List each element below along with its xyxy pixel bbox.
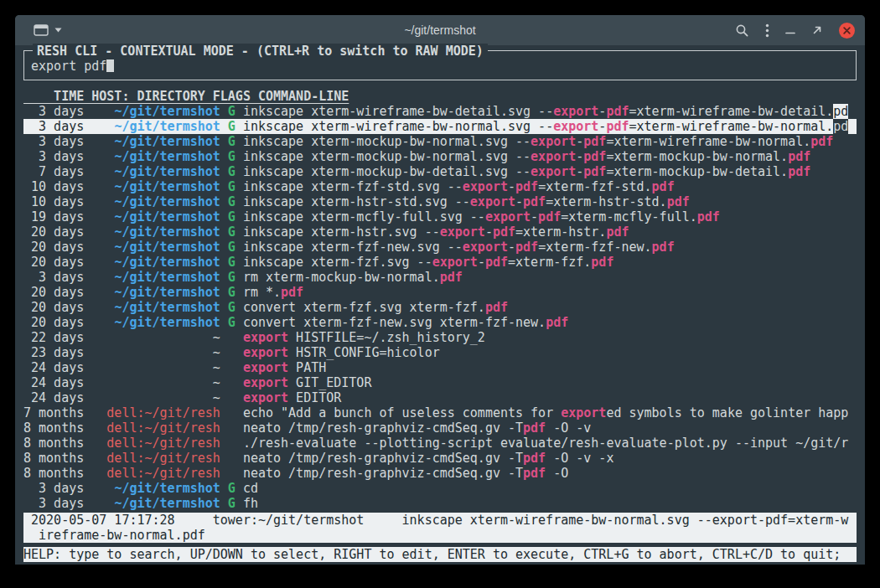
history-row[interactable]: 20 days ~/git/termshot G rm *.pdf bbox=[23, 285, 857, 300]
row-time: 8 months bbox=[23, 436, 84, 451]
history-row[interactable]: 10 days ~/git/termshot G inkscape xterm-… bbox=[23, 194, 857, 209]
mode-title: RESH CLI - CONTEXTUAL MODE - (CTRL+R to … bbox=[33, 44, 488, 59]
row-time: 8 months bbox=[23, 466, 84, 481]
query-text: export pdf bbox=[31, 59, 106, 74]
row-command: inkscape xterm-mockup-bw-detail.svg --ex… bbox=[243, 164, 810, 179]
row-time: 3 days bbox=[23, 134, 84, 149]
minimize-button[interactable] bbox=[785, 25, 795, 35]
history-row[interactable]: 3 days ~/git/termshot G inkscape xterm-m… bbox=[23, 134, 857, 149]
row-flags: G bbox=[228, 104, 236, 119]
row-flags: G bbox=[228, 164, 236, 179]
row-flags: G bbox=[228, 285, 236, 300]
table-header: TIME HOST: DIRECTORY FLAGS COMMAND-LINE bbox=[23, 89, 857, 104]
row-flags: G bbox=[228, 240, 236, 255]
row-time: 24 days bbox=[23, 375, 84, 390]
history-row[interactable]: 10 days ~/git/termshot G inkscape xterm-… bbox=[23, 179, 857, 194]
history-row[interactable]: 24 days ~ export EDITOR bbox=[23, 390, 857, 405]
search-icon bbox=[735, 23, 749, 38]
row-command: export HSTR_CONFIG=hicolor bbox=[243, 345, 440, 360]
history-row[interactable]: 7 months dell:~/git/resh echo "Add a bun… bbox=[23, 405, 857, 420]
row-command: inkscape xterm-fzf-std.svg --export-pdf=… bbox=[243, 179, 675, 194]
close-icon bbox=[843, 27, 851, 34]
tab-menu-button[interactable] bbox=[34, 24, 49, 36]
row-flags bbox=[228, 420, 236, 436]
row-time: 3 days bbox=[23, 496, 84, 511]
help-bar: HELP: type to search, UP/DOWN to select,… bbox=[23, 547, 857, 562]
row-command: cd bbox=[243, 481, 258, 496]
history-row[interactable]: 3 days ~/git/termshot G inkscape xterm-w… bbox=[23, 104, 857, 119]
row-directory: ~/git/termshot bbox=[114, 179, 220, 194]
kebab-menu-icon bbox=[765, 23, 769, 38]
history-row[interactable]: 8 months dell:~/git/resh neato /tmp/resh… bbox=[23, 420, 857, 436]
history-row[interactable]: 24 days ~ export GIT_EDITOR bbox=[23, 375, 857, 390]
history-row[interactable]: 20 days ~/git/termshot G inkscape xterm-… bbox=[23, 224, 857, 240]
row-time: 3 days bbox=[23, 149, 84, 164]
row-flags: G bbox=[228, 270, 236, 285]
row-flags: G bbox=[228, 300, 236, 315]
history-row[interactable]: 20 days ~/git/termshot G convert xterm-f… bbox=[23, 315, 857, 330]
row-directory: ~/git/termshot bbox=[114, 255, 220, 270]
row-time: 24 days bbox=[23, 390, 84, 405]
history-row[interactable]: 3 days ~/git/termshot G inkscape xterm-m… bbox=[23, 149, 857, 164]
row-flags bbox=[228, 345, 236, 360]
row-command: convert xterm-fzf-new.svg xterm-fzf-new.… bbox=[243, 315, 568, 330]
row-directory: ~/git/termshot bbox=[114, 496, 220, 511]
row-directory: ~/git/termshot bbox=[114, 270, 220, 285]
row-flags bbox=[228, 330, 236, 345]
row-time: 20 days bbox=[23, 240, 84, 255]
row-time: 3 days bbox=[23, 481, 84, 496]
search-button[interactable] bbox=[735, 23, 749, 38]
row-time: 3 days bbox=[23, 119, 84, 134]
menu-button[interactable] bbox=[765, 23, 769, 38]
row-command: rm *.pdf bbox=[243, 285, 303, 300]
row-host: dell: bbox=[106, 436, 144, 451]
maximize-button[interactable] bbox=[811, 24, 823, 36]
row-directory: ~/git/resh bbox=[145, 451, 220, 466]
history-list: 3 days ~/git/termshot G inkscape xterm-w… bbox=[23, 104, 857, 511]
row-command: convert xterm-fzf.svg xterm-fzf.pdf bbox=[243, 300, 508, 315]
row-command: inkscape xterm-fzf.svg --export-pdf=xter… bbox=[243, 255, 614, 270]
history-row[interactable]: 3 days ~/git/termshot G cd bbox=[23, 481, 857, 496]
terminal-window: ~/git/termshot bbox=[15, 15, 865, 565]
history-row[interactable]: 8 months dell:~/git/resh neato /tmp/resh… bbox=[23, 451, 857, 466]
history-row[interactable]: 23 days ~ export HSTR_CONFIG=hicolor bbox=[23, 345, 857, 360]
row-directory: ~/git/termshot bbox=[114, 240, 220, 255]
row-directory: ~/git/termshot bbox=[114, 194, 220, 209]
history-row[interactable]: 22 days ~ export HISTFILE=~/.zsh_history… bbox=[23, 330, 857, 345]
row-flags: G bbox=[228, 481, 236, 496]
row-command: neato /tmp/resh-graphviz-cmdSeq.gv -Tpdf… bbox=[243, 451, 614, 466]
row-time: 19 days bbox=[23, 209, 84, 224]
tab-menu-caret-button[interactable] bbox=[54, 28, 62, 33]
row-directory: ~/git/termshot bbox=[114, 285, 220, 300]
search-query-input[interactable]: export pdf bbox=[31, 59, 849, 74]
row-command: ./resh-evaluate --plotting-script evalua… bbox=[243, 436, 848, 451]
detail-pane: 2020-05-07 17:17:28 tower:~/git/termshot… bbox=[23, 513, 857, 543]
history-row[interactable]: 7 days ~/git/termshot G inkscape xterm-m… bbox=[23, 164, 857, 179]
history-row[interactable]: 3 days ~/git/termshot G fh bbox=[23, 496, 857, 511]
history-row[interactable]: 8 months dell:~/git/resh ./resh-evaluate… bbox=[23, 436, 857, 451]
row-flags bbox=[228, 436, 236, 451]
row-command: rm xterm-mockup-bw-normal.pdf bbox=[243, 270, 463, 285]
close-button[interactable] bbox=[839, 23, 855, 39]
row-flags: G bbox=[228, 119, 236, 134]
terminal-tab-icon bbox=[34, 24, 49, 36]
row-command: export HISTFILE=~/.zsh_history_2 bbox=[243, 330, 485, 345]
search-box: RESH CLI - CONTEXTUAL MODE - (CTRL+R to … bbox=[23, 50, 857, 80]
row-time: 20 days bbox=[23, 255, 84, 270]
detail-line-1: 2020-05-07 17:17:28 tower:~/git/termshot… bbox=[23, 513, 857, 528]
row-flags: G bbox=[228, 496, 236, 511]
history-row[interactable]: 20 days ~/git/termshot G convert xterm-f… bbox=[23, 300, 857, 315]
history-row[interactable]: 20 days ~/git/termshot G inkscape xterm-… bbox=[23, 240, 857, 255]
history-row[interactable]: 3 days ~/git/termshot G inkscape xterm-w… bbox=[23, 119, 857, 134]
history-row[interactable]: 8 months dell:~/git/resh neato /tmp/resh… bbox=[23, 466, 857, 481]
row-directory: ~/git/resh bbox=[145, 405, 220, 420]
row-flags bbox=[228, 390, 236, 405]
history-row[interactable]: 19 days ~/git/termshot G inkscape xterm-… bbox=[23, 209, 857, 224]
row-command: inkscape xterm-hstr.svg --export-pdf=xte… bbox=[243, 224, 629, 240]
row-time: 7 days bbox=[23, 164, 84, 179]
history-row[interactable]: 20 days ~/git/termshot G inkscape xterm-… bbox=[23, 255, 857, 270]
history-row[interactable]: 3 days ~/git/termshot G rm xterm-mockup-… bbox=[23, 270, 857, 285]
history-row[interactable]: 24 days ~ export PATH bbox=[23, 360, 857, 375]
row-directory: ~/git/resh bbox=[145, 420, 220, 436]
row-command: export GIT_EDITOR bbox=[243, 375, 372, 390]
